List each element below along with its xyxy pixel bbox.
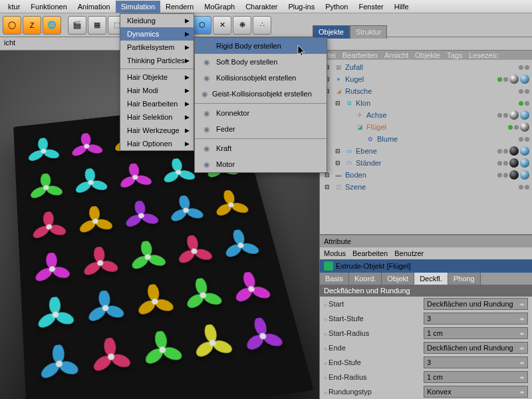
menu-hilfe[interactable]: Hilfe bbox=[389, 1, 414, 13]
tag-icon[interactable] bbox=[509, 170, 519, 180]
object-tree[interactable]: ⊟▦Zufall⊟●Kugel⊟◢Rutsche⊟⧉Klon✛Achse◪Flü… bbox=[320, 60, 532, 194]
expand-icon[interactable] bbox=[344, 122, 353, 132]
tag-icon[interactable] bbox=[509, 110, 519, 120]
property-value[interactable]: 3◂▸ bbox=[424, 356, 528, 368]
tag-icon[interactable] bbox=[520, 122, 529, 132]
menu-funktionen[interactable]: Funktionen bbox=[25, 1, 72, 13]
menu-item[interactable]: Thinking Particles▶ bbox=[120, 54, 194, 67]
menu-item[interactable]: Hair Werkzeuge▶ bbox=[120, 124, 194, 137]
tab-objekte[interactable]: Objekte bbox=[313, 25, 350, 39]
property-value[interactable]: 1 cm◂▸ bbox=[424, 371, 528, 383]
menu-item[interactable]: Dynamics▶ bbox=[120, 27, 194, 41]
expand-icon[interactable]: ⊟ bbox=[333, 98, 342, 108]
tree-row[interactable]: ⊟▬Boden bbox=[320, 169, 532, 181]
property-value[interactable]: Deckflächen und Rundung◂▸ bbox=[424, 298, 528, 310]
attr-tab-objekt[interactable]: Objekt bbox=[382, 273, 414, 285]
tool-icon[interactable]: ⬡ bbox=[193, 16, 211, 35]
menu-item[interactable]: Hair Modi▶ bbox=[120, 84, 194, 97]
menu-item[interactable]: Hair Bearbeiten▶ bbox=[120, 97, 194, 110]
menu-item[interactable]: ◉Geist-Kollisionsobjekt erstellen bbox=[195, 86, 327, 102]
attr-menu-item[interactable]: Modus bbox=[324, 249, 346, 257]
menu-item[interactable]: ◉Rigid Body erstellen bbox=[195, 38, 327, 54]
menu-charakter[interactable]: Charakter bbox=[240, 1, 283, 13]
menu-simulation[interactable]: Simulation bbox=[116, 1, 160, 13]
tree-row[interactable]: ⊟◫Szene bbox=[320, 181, 532, 193]
objpanel-menu-item[interactable]: Tags bbox=[447, 51, 462, 59]
menu-item[interactable]: ◉Feder bbox=[195, 121, 327, 137]
attr-menu-item[interactable]: Bearbeiten bbox=[352, 249, 388, 257]
tree-row[interactable]: ✿Blume bbox=[320, 133, 532, 145]
tool-icon[interactable]: 🎬 bbox=[68, 16, 86, 35]
attr-tab-deckfl.[interactable]: Deckfl. bbox=[414, 273, 448, 285]
tag-icon[interactable] bbox=[520, 110, 529, 120]
menu-mograph[interactable]: MoGraph bbox=[199, 1, 240, 13]
tool-icon[interactable]: ◯ bbox=[3, 16, 21, 35]
tag-icon[interactable] bbox=[509, 74, 519, 84]
attr-tab-basis[interactable]: Basis bbox=[320, 273, 349, 285]
menu-plug-ins[interactable]: Plug-ins bbox=[283, 1, 320, 13]
cyl-icon: ⬭ bbox=[344, 158, 354, 168]
tree-row[interactable]: ⊟⬭Ständer bbox=[320, 157, 532, 169]
tree-row[interactable]: ⊟▭Ebene bbox=[320, 145, 532, 157]
property-value[interactable]: Konvex◂▸ bbox=[424, 386, 528, 398]
menu-item[interactable]: Hair Objekte▶ bbox=[120, 70, 194, 84]
tool-icon[interactable]: ▦ bbox=[88, 16, 106, 35]
flower-icon: ✿ bbox=[366, 134, 375, 144]
tool-icon[interactable]: ∴ bbox=[253, 16, 271, 35]
objpanel-menu-item[interactable]: Objekte bbox=[415, 51, 440, 59]
property-value[interactable]: 3◂▸ bbox=[424, 313, 528, 325]
expand-icon[interactable] bbox=[344, 110, 353, 120]
scene-icon: ◫ bbox=[334, 182, 343, 192]
menu-item[interactable]: ◉Kraft bbox=[195, 140, 327, 156]
tree-row[interactable]: ⊟◢Rutsche bbox=[320, 85, 532, 97]
menu-item[interactable]: Hair Optionen▶ bbox=[120, 137, 194, 150]
menu-animation[interactable]: Animation bbox=[72, 1, 116, 13]
slide-icon: ◢ bbox=[334, 86, 343, 96]
menu-item[interactable]: Kleidung▶ bbox=[120, 14, 194, 27]
expand-icon[interactable] bbox=[354, 134, 364, 144]
menu-item[interactable]: Partikelsystem▶ bbox=[120, 41, 194, 54]
menu-python[interactable]: Python bbox=[320, 1, 353, 13]
tree-row[interactable]: ◪Flügel bbox=[320, 121, 532, 133]
tab-struktur[interactable]: Struktur bbox=[350, 25, 388, 39]
tag-icon[interactable] bbox=[509, 158, 519, 168]
menu-item[interactable]: ◉Motor bbox=[195, 156, 327, 172]
objpanel-menu-item[interactable]: Bearbeiten bbox=[342, 51, 378, 59]
menu-item[interactable]: ◉Kollisionsobjekt erstellen bbox=[195, 70, 327, 86]
menu-item[interactable]: ◉Soft Body erstellen bbox=[195, 54, 327, 70]
spinner-object bbox=[160, 157, 198, 188]
objpanel-menu-item[interactable]: Ansicht bbox=[384, 51, 408, 59]
tag-icon[interactable] bbox=[520, 158, 529, 168]
tree-row[interactable]: ✛Achse bbox=[320, 109, 532, 121]
tree-row[interactable]: ⊟⧉Klon bbox=[320, 97, 532, 109]
menu-item[interactable]: Hair Selektion▶ bbox=[120, 110, 194, 124]
expand-icon[interactable]: ⊟ bbox=[323, 182, 332, 192]
tag-icon[interactable] bbox=[520, 146, 529, 156]
menu-item-icon: ◉ bbox=[201, 88, 208, 99]
svg-point-52 bbox=[178, 195, 192, 211]
property-value[interactable]: Deckflächen und Rundung◂▸ bbox=[424, 342, 528, 354]
tool-icon[interactable]: ✕ bbox=[213, 16, 231, 35]
tag-icon[interactable] bbox=[520, 74, 529, 84]
menu-item[interactable]: ◉Konnektor bbox=[195, 105, 327, 121]
tool-icon[interactable]: ❋ bbox=[233, 16, 251, 35]
expand-icon[interactable]: ⊟ bbox=[333, 146, 342, 156]
expand-icon[interactable]: ⊟ bbox=[333, 158, 342, 168]
simulation-menu[interactable]: Kleidung▶Dynamics▶Partikelsystem▶Thinkin… bbox=[120, 13, 194, 151]
menu-rendern[interactable]: Rendern bbox=[160, 1, 199, 13]
menu-fenster[interactable]: Fenster bbox=[353, 1, 388, 13]
attr-tab-phong[interactable]: Phong bbox=[448, 273, 481, 285]
dynamics-submenu[interactable]: ◉Rigid Body erstellen◉Soft Body erstelle… bbox=[194, 37, 327, 173]
tree-row[interactable]: ⊟▦Zufall bbox=[320, 61, 532, 73]
attr-menu-item[interactable]: Benutzer bbox=[394, 249, 424, 257]
tool-icon[interactable]: 🌐 bbox=[43, 16, 61, 35]
tool-icon[interactable]: Z bbox=[23, 16, 41, 35]
tag-icon[interactable] bbox=[520, 170, 529, 180]
property-value[interactable]: 1 cm◂▸ bbox=[424, 327, 528, 339]
menu-ktur[interactable]: ktur bbox=[3, 1, 25, 13]
property-label: Ende bbox=[324, 344, 424, 352]
objpanel-menu-item[interactable]: Lesezeic bbox=[469, 51, 497, 59]
tag-icon[interactable] bbox=[509, 146, 519, 156]
attr-tab-koord.[interactable]: Koord. bbox=[349, 273, 382, 285]
tree-row[interactable]: ⊟●Kugel bbox=[320, 73, 532, 85]
